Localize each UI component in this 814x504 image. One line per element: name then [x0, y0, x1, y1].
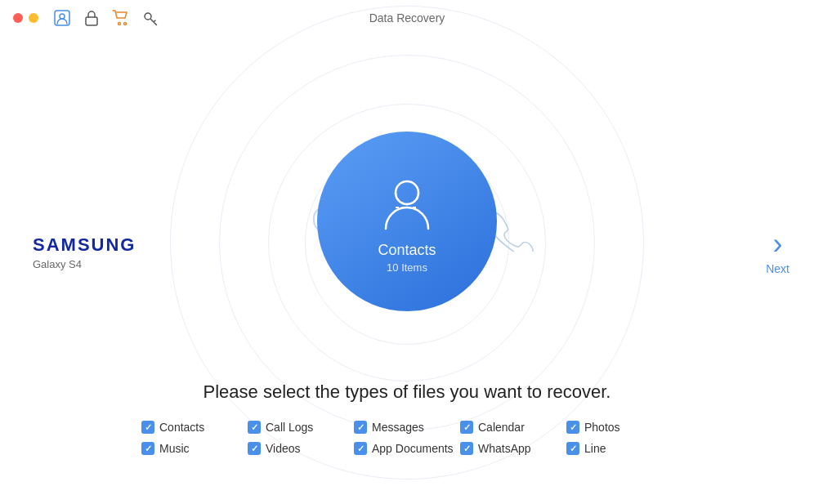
label-messages: Messages: [372, 421, 424, 434]
label-photos: Photos: [584, 421, 620, 434]
check-icon-photos: [566, 421, 579, 434]
device-info: SAMSUNG Galaxy S4: [33, 234, 136, 270]
label-videos: Videos: [266, 442, 301, 455]
cart-icon[interactable]: [112, 9, 130, 27]
next-chevron-icon: ›: [773, 230, 783, 259]
label-calllogs: Call Logs: [266, 421, 313, 434]
checkbox-whatsapp[interactable]: WhatsApp: [460, 442, 566, 455]
check-icon-appdocs: [354, 442, 367, 455]
check-icon-music: [141, 442, 154, 455]
key-icon[interactable]: [141, 9, 159, 27]
svg-point-5: [145, 13, 151, 20]
checkbox-music[interactable]: Music: [141, 442, 248, 455]
label-appdocs: App Documents: [372, 442, 454, 455]
bottom-section: Please select the types of files you wan…: [0, 381, 814, 455]
svg-point-1: [60, 14, 65, 19]
svg-rect-2: [86, 17, 97, 25]
check-icon-whatsapp: [460, 442, 473, 455]
contacts-icon: [374, 170, 440, 235]
checkbox-calendar[interactable]: Calendar: [460, 421, 566, 434]
device-model: Galaxy S4: [33, 258, 136, 270]
label-calendar: Calendar: [478, 421, 525, 434]
next-button[interactable]: › Next: [766, 230, 789, 275]
checkbox-calllogs[interactable]: Call Logs: [248, 421, 354, 434]
check-icon-calllogs: [248, 421, 261, 434]
close-button[interactable]: [13, 13, 23, 23]
minimize-button[interactable]: [29, 13, 38, 23]
lock-icon[interactable]: [83, 9, 101, 27]
center-category-circle: Contacts 10 Items: [317, 132, 497, 311]
samsung-logo: SAMSUNG: [33, 234, 136, 256]
check-icon-line: [566, 442, 579, 455]
next-label: Next: [766, 262, 789, 275]
file-types-grid: Contacts Call Logs Messages Calendar Pho…: [141, 421, 673, 455]
checkbox-contacts[interactable]: Contacts: [141, 421, 248, 434]
svg-point-3: [119, 23, 121, 25]
titlebar-icons: [53, 9, 159, 27]
check-icon-videos: [248, 442, 261, 455]
check-icon-calendar: [460, 421, 473, 434]
label-contacts: Contacts: [159, 421, 204, 434]
category-label: Contacts: [378, 242, 436, 259]
label-whatsapp: WhatsApp: [478, 442, 531, 455]
profile-icon[interactable]: [53, 9, 71, 27]
recover-prompt: Please select the types of files you wan…: [204, 381, 611, 403]
svg-point-4: [124, 23, 127, 25]
checkbox-messages[interactable]: Messages: [354, 421, 460, 434]
traffic-lights: [13, 13, 38, 23]
checkbox-appdocs[interactable]: App Documents: [354, 442, 460, 455]
category-count: 10 Items: [387, 261, 427, 274]
checkbox-row-1: Contacts Call Logs Messages Calendar Pho…: [141, 421, 673, 434]
checkbox-row-2: Music Videos App Documents WhatsApp Line: [141, 442, 673, 455]
checkbox-photos[interactable]: Photos: [566, 421, 673, 434]
label-music: Music: [159, 442, 190, 455]
checkbox-videos[interactable]: Videos: [248, 442, 354, 455]
check-icon-messages: [354, 421, 367, 434]
check-icon-contacts: [141, 421, 154, 434]
label-line: Line: [584, 442, 606, 455]
checkbox-line[interactable]: Line: [566, 442, 673, 455]
